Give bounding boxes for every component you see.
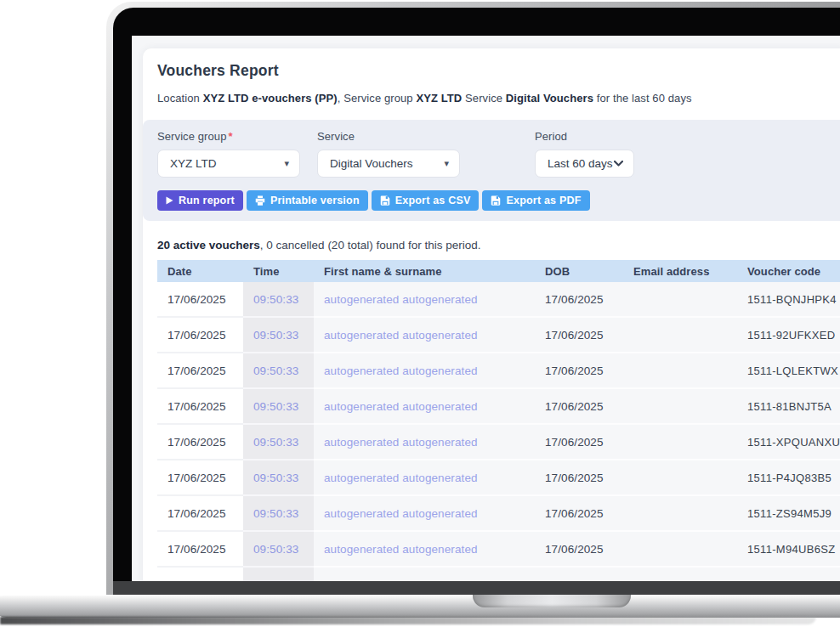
column-header-time[interactable]: Time xyxy=(243,260,314,282)
service-select[interactable]: Digital Vouchers ▾ xyxy=(317,150,460,178)
table-row: 17/06/2025 09:50:33 autogenerated autoge… xyxy=(157,353,840,389)
cell-name-link[interactable]: autogenerated autogenerated xyxy=(314,532,535,568)
cell-time: 09:50:33 xyxy=(243,532,314,568)
subtitle-location: XYZ LTD e-vouchers (PP) xyxy=(203,92,338,104)
column-header-email[interactable]: Email address xyxy=(623,260,737,282)
laptop-base xyxy=(0,595,840,618)
cell-time: 09:50:33 xyxy=(243,318,314,353)
active-vouchers-count: 20 active vouchers xyxy=(157,239,260,251)
service-group-filter: Service group* XYZ LTD ▾ xyxy=(157,130,300,178)
cell-date: 17/06/2025 xyxy=(157,353,243,389)
cell-email xyxy=(623,282,737,318)
export-csv-button[interactable]: Export as CSV xyxy=(372,190,480,211)
cell-email xyxy=(623,496,737,532)
cell-name-link[interactable]: autogenerated autogenerated xyxy=(314,496,535,532)
cell-email xyxy=(623,532,737,568)
service-label-text: Service xyxy=(317,130,355,143)
cell-dob: 17/06/2025 xyxy=(535,318,623,353)
summary-rest: , 0 cancelled (20 total) found for this … xyxy=(260,239,481,251)
service-label: Service xyxy=(317,130,460,144)
page-title: Vouchers Report xyxy=(157,60,840,81)
table-row: 17/06/2025 09:50:33 autogenerated autoge… xyxy=(157,532,840,568)
filters-panel: Service group* XYZ LTD ▾ Service Digital… xyxy=(143,120,840,221)
period-label: Period xyxy=(535,130,634,144)
cell-dob: 17/06/2025 xyxy=(535,532,623,568)
table-row: 17/06/2025 09:50:33 autogenerated autoge… xyxy=(157,460,840,496)
cell-dob: 17/06/2025 xyxy=(535,460,623,496)
cell-date: 17/06/2025 xyxy=(157,318,243,353)
cell-name-link[interactable]: autogenerated autogenerated xyxy=(314,425,535,460)
table-row: 17/06/2025 09:50:33 autogenerated autoge… xyxy=(157,389,840,425)
service-group-label-text: Service group xyxy=(157,130,227,143)
cell-name-link[interactable]: autogenerated autogenerated xyxy=(314,282,535,318)
cell-name-link[interactable]: autogenerated autogenerated xyxy=(314,460,535,496)
cell-date: 17/06/2025 xyxy=(157,460,243,496)
printer-icon xyxy=(255,195,265,206)
subtitle-text: Location xyxy=(157,92,203,104)
subtitle-service-group: XYZ LTD xyxy=(416,92,462,104)
period-label-text: Period xyxy=(535,130,567,143)
cell-date: 17/06/2025 xyxy=(157,389,243,425)
cell-time: 09:50:33 xyxy=(243,389,314,425)
save-icon xyxy=(491,195,501,206)
laptop-bezel-bottom-strip xyxy=(113,581,840,596)
printable-version-button[interactable]: Printable version xyxy=(247,190,368,211)
cell-voucher-code: 1511-BQNJHPK4 xyxy=(737,282,840,318)
cell-voucher-code: 1511-92UFKXED xyxy=(737,318,840,353)
cell-voucher-code: 1511-M94UB6SZ xyxy=(737,532,840,568)
service-value: Digital Vouchers xyxy=(330,157,413,170)
cell-voucher-code: 1511-LQLEKTWX xyxy=(737,353,840,389)
service-filter: Service Digital Vouchers ▾ xyxy=(317,130,460,178)
column-header-voucher-code[interactable]: Voucher code xyxy=(737,260,840,282)
cell-time: 09:50:33 xyxy=(243,460,314,496)
subtitle-text: , Service group xyxy=(338,92,417,104)
play-icon xyxy=(166,196,173,205)
service-group-select[interactable]: XYZ LTD ▾ xyxy=(157,150,300,178)
cell-time: 09:50:33 xyxy=(243,568,314,581)
printable-version-label: Printable version xyxy=(270,195,360,206)
cell-dob: 17/06/2025 xyxy=(535,389,623,425)
cell-dob: 17/06/2025 xyxy=(535,568,623,581)
cell-date: 17/06/2025 xyxy=(157,282,243,318)
cell-email xyxy=(623,568,737,581)
table-row: 17/06/2025 09:50:33 autogenerated autoge… xyxy=(157,496,840,532)
results-summary: 20 active vouchers, 0 cancelled (20 tota… xyxy=(157,238,840,253)
chevron-down-icon: ▾ xyxy=(444,159,449,168)
cell-voucher-code: 1511-XPQUANXU xyxy=(737,425,840,460)
subtitle-text: for the last 60 days xyxy=(593,92,692,104)
report-actions: Run report Printable version Export as C… xyxy=(157,190,840,211)
table-header-row: Date Time First name & surname DOB Email… xyxy=(157,260,840,282)
table-row: 17/06/2025 09:50:33 autogenerated autoge… xyxy=(157,282,840,318)
subtitle-text: Service xyxy=(462,92,505,104)
laptop-base-shadow xyxy=(0,617,816,624)
service-group-value: XYZ LTD xyxy=(170,157,217,170)
cell-time: 09:50:33 xyxy=(243,353,314,389)
cell-email xyxy=(623,389,737,425)
cell-email xyxy=(623,318,737,353)
period-select[interactable]: Last 60 days xyxy=(535,150,634,178)
cell-name-link[interactable]: autogenerated autogenerated xyxy=(314,318,535,353)
run-report-button[interactable]: Run report xyxy=(157,190,243,211)
period-value: Last 60 days xyxy=(548,157,613,170)
cell-name-link[interactable]: autogenerated autogenerated xyxy=(314,353,535,389)
column-header-date[interactable]: Date xyxy=(157,260,243,282)
cell-time: 09:50:33 xyxy=(243,282,314,318)
chevron-down-icon: ▾ xyxy=(284,159,289,168)
column-header-name[interactable]: First name & surname xyxy=(314,260,535,282)
cell-voucher-code: 1511-81BNJT5A xyxy=(737,389,840,425)
cell-voucher-code: 1511-ZS94M5J9 xyxy=(737,496,840,532)
report-subtitle: Location XYZ LTD e-vouchers (PP), Servic… xyxy=(157,91,840,106)
app-screen: Vouchers Report Location XYZ LTD e-vouch… xyxy=(132,36,840,581)
cell-name-link[interactable]: autogenerated autogenerated xyxy=(314,568,535,581)
column-header-dob[interactable]: DOB xyxy=(535,260,623,282)
cell-date: 17/06/2025 xyxy=(157,425,243,460)
cell-dob: 17/06/2025 xyxy=(535,353,623,389)
cell-name-link[interactable]: autogenerated autogenerated xyxy=(314,389,535,425)
laptop-base-notch xyxy=(473,595,631,607)
export-pdf-button[interactable]: Export as PDF xyxy=(482,190,589,211)
cell-voucher-code: 1511-EXMQS5QA xyxy=(737,568,840,581)
filters-row: Service group* XYZ LTD ▾ Service Digital… xyxy=(157,130,840,178)
run-report-label: Run report xyxy=(179,195,235,206)
cell-date: 17/06/2025 xyxy=(157,532,243,568)
cell-email xyxy=(623,460,737,496)
